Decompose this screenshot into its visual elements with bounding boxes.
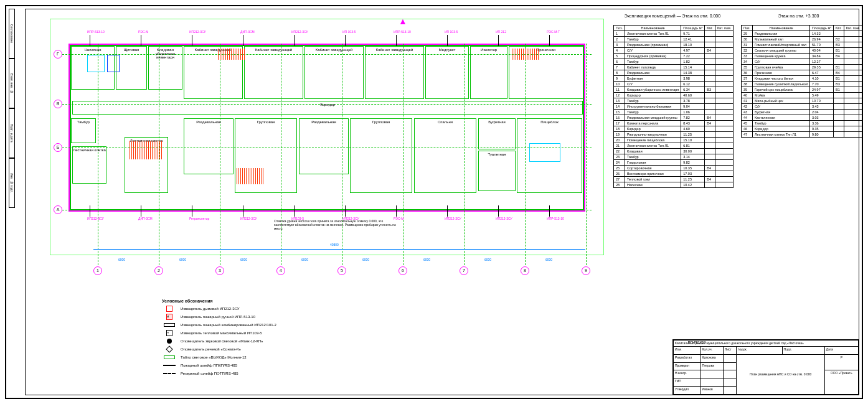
table-row: 8Раздевальная14.38 [614, 70, 734, 76]
callout-label: ИП212-3СУ [240, 217, 257, 220]
dimension-line [93, 249, 585, 250]
legend-symbol-icon: и [162, 314, 177, 320]
side-label: Взам. инв. № [9, 59, 15, 108]
legend-title: Условные обозначения [162, 299, 349, 303]
room-label: Пищеблок [517, 120, 582, 124]
grid-bubble: 2 [154, 266, 163, 275]
table-row: 44Кастелянная3.03 [742, 115, 862, 121]
callout-label: ДИП-3СМ [240, 30, 255, 34]
dimension-value: 6000 [118, 258, 125, 261]
callout-label: ИПР-513-10 [87, 30, 105, 34]
callout-label: Ретранслятор [189, 217, 209, 220]
dimension-value: 6000 [545, 258, 552, 261]
room-schedule-2: Поз.НаименованиеПлощадь м²Кат.Кат. пом.2… [741, 25, 862, 138]
callout-label: ИП212-3СУ [291, 30, 308, 34]
room-label: Кладовая уборочного инвентаря [149, 48, 182, 59]
callout-label: ДИП-3СМ [138, 217, 153, 220]
legend-symbol-icon [162, 362, 177, 369]
room: Раздевальная [299, 118, 349, 174]
dimension-value: 6000 [362, 258, 369, 261]
dimension-value: 6000 [179, 258, 186, 261]
table-row: 22Кладовая30.00 [614, 149, 734, 154]
table-row: 2Тамбур12.41 [614, 37, 734, 42]
table-row: 39Горячий цех пищеблока24.97В1 [742, 87, 862, 93]
room: Кабинет заведующей [244, 46, 303, 99]
room-label: Групповая [351, 120, 412, 124]
legend-label: Извещатель дымовой ИП212-3СУ [181, 307, 239, 311]
legend-row: Табло световое «ВЫХОД» Молния-12 [162, 354, 349, 360]
room-label: Буфетная [479, 120, 515, 124]
stair-icon [512, 49, 539, 60]
room-label: Насосная [72, 48, 114, 52]
table-row: 18Коридор4.60 [614, 126, 734, 132]
room: Изолятор [470, 46, 507, 99]
callout-label: ИП212-3СУ [189, 30, 206, 34]
dimension-value: 6000 [484, 258, 491, 261]
table-row: 9Буфетная3.98 [614, 76, 734, 82]
equipment-icon [529, 143, 560, 162]
side-label: Подп. и дата [9, 108, 15, 158]
legend-label: Пожарный шлейф ППКП/RS-485 [181, 364, 237, 367]
dimension-value: 40800 [330, 243, 339, 247]
legend-row: Извещатель дымовой ИП212-3СУ [162, 306, 349, 312]
grid-bubble: 6 [399, 266, 407, 275]
dimension-value: 6000 [301, 258, 308, 261]
room-label: Туалетная [479, 153, 515, 156]
room: Туалетная [478, 151, 516, 191]
grid-bubble: 1 [93, 266, 102, 275]
room: Медпункт [425, 46, 469, 99]
table-row: 40Мойка5.49 [742, 93, 862, 98]
legend-symbol-icon [162, 354, 177, 360]
room-label: Кабинет заведующей [305, 48, 363, 52]
table-row: 16Раздевальная младшей группы7.82В4 [614, 115, 734, 121]
table-row: 10С/У6.12 [614, 82, 734, 87]
side-label: Инв. № подл. [9, 158, 15, 208]
room: Лестничная клетка [72, 146, 106, 184]
room-label: Групповая [235, 120, 296, 124]
callout-label: ИП212-3СУ [87, 217, 104, 220]
callout-label: ИП212-3СУ [445, 217, 461, 220]
table-row: 34С/У12.27 [742, 59, 862, 65]
table-row: 33Помещение кружка34.84В4 [742, 54, 862, 59]
dimension-value: 6000 [423, 258, 430, 261]
table-row: 19Разгрузочно-загрузочная11.25 [614, 132, 734, 138]
legend-row: Резервный шлейф ПОТП/RS-485 [162, 370, 349, 377]
grid-bubble: Б [54, 143, 62, 152]
room: Кабинет заведующей [304, 46, 364, 99]
room-label: Раздевальная [184, 120, 233, 124]
room: Спальня [414, 118, 476, 193]
room: Раздевальная [184, 118, 234, 174]
grid-bubble: 5 [337, 266, 346, 275]
legend-symbol-icon [162, 338, 177, 344]
table-row: 23Тамбур3.14 [614, 154, 734, 160]
grid-bubble: В [54, 100, 62, 108]
table-row: 29Раздевальная14.32 [742, 31, 862, 37]
legend-row: ×Извещатель тепловой максимальный ИП103-… [162, 330, 349, 336]
room: Буфетная [478, 118, 516, 149]
legend-row: Пожарный шлейф ППКП/RS-485 [162, 362, 349, 369]
floor-plan: ▲ ГВБА 160002600036000460005600066000760… [50, 19, 604, 280]
table-row: 32Спальня младшей группы40.04В1 [742, 48, 862, 54]
callout-label: ИПР-513-10 [547, 217, 564, 220]
schedule-1-title: Экспликация помещений — Этаж на отм. 0.0… [613, 14, 732, 18]
schedule-2-title: Этаж на отм. +3.300 [741, 14, 856, 18]
grid-bubble: 8 [521, 266, 529, 275]
callout-label: РЭС-М [138, 30, 148, 34]
legend-row: Оповещатель речевой «Соната-К» [162, 346, 349, 352]
legend-symbol-icon [162, 346, 177, 352]
table-row: 30Музыкальный зал26.94В2 [742, 37, 862, 42]
room-label: Медпункт [426, 48, 468, 52]
table-row: 15Тамбур1.06 [614, 110, 734, 115]
legend-label: Извещатель пожарный комбинированный ИП21… [181, 323, 276, 327]
stair-icon [237, 168, 264, 184]
legend-label: Извещатель пожарный ручной ИПР-513-10 [181, 315, 255, 319]
north-arrow-icon: ▲ [399, 16, 407, 26]
table-row: 21Лестничная клетка Тип Л16.81 [614, 143, 734, 149]
table-row: 1Лестничная клетка Тип Л19.71 [614, 31, 734, 37]
dimension-value: 6000 [240, 258, 247, 261]
table-row: 37Кладовая чистого белья4.10В1 [742, 76, 862, 82]
table-row: 31Гимнастический/спортивный зал51.70В3 [742, 42, 862, 48]
table-row: 5Процедурная (прививка)7.22 [614, 54, 734, 59]
grid-bubble: 7 [460, 266, 468, 275]
sheet-title: План размещения АПС и СО на отм. 0.000 [737, 354, 824, 394]
